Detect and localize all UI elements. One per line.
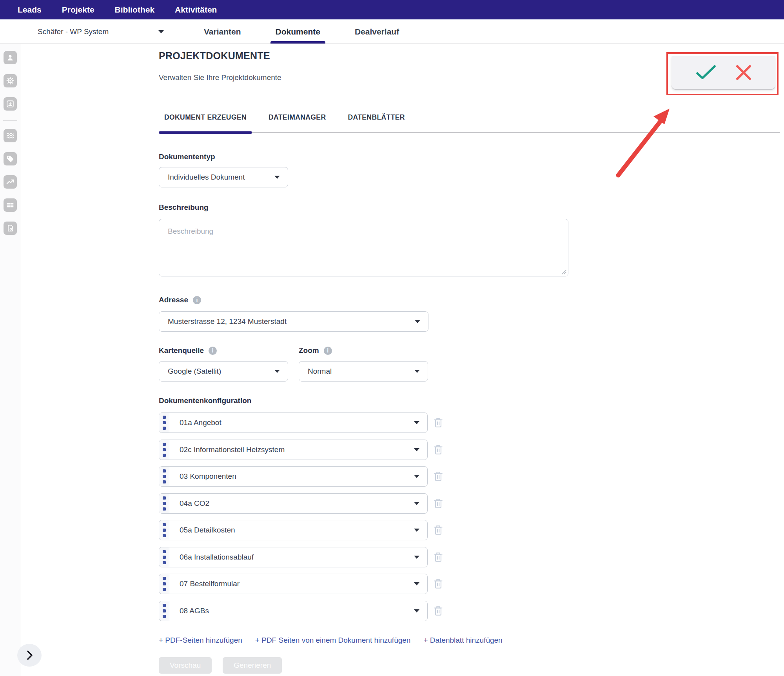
actions-row: Vorschau Generieren — [159, 657, 780, 674]
drag-handle-icon[interactable] — [159, 520, 169, 540]
caret-down-icon — [414, 582, 419, 585]
caret-down-icon — [415, 320, 420, 323]
close-icon[interactable] — [735, 64, 753, 82]
check-icon[interactable] — [696, 64, 716, 81]
nav-item-bibliothek[interactable]: Bibliothek — [115, 5, 155, 15]
adresse-value: Musterstrasse 12, 1234 Musterstadt — [168, 317, 287, 326]
trash-icon[interactable] — [433, 471, 443, 482]
config-row: 08 AGBs — [159, 601, 780, 621]
sidebar-expand-button[interactable] — [17, 644, 42, 667]
tab-dokument-erzeugen[interactable]: DOKUMENT ERZEUGEN — [159, 113, 252, 132]
config-select[interactable]: 08 AGBs — [169, 601, 427, 621]
config-row: 04a CO2 — [159, 493, 780, 514]
drag-handle-icon[interactable] — [159, 494, 169, 513]
trash-icon[interactable] — [433, 524, 443, 536]
project-toolbar: Schäfer - WP System Varianten Dokumente … — [0, 20, 784, 44]
adresse-label: Adresse — [159, 296, 780, 304]
toolbar-divider — [175, 24, 175, 39]
zoom-value: Normal — [308, 367, 332, 376]
info-icon[interactable] — [193, 296, 201, 304]
caret-down-icon — [414, 502, 419, 505]
config-row: 01a Angebot — [159, 413, 780, 433]
trend-up-icon[interactable] — [4, 175, 17, 189]
tag-icon[interactable] — [4, 152, 17, 165]
map-settings-row: Kartenquelle Google (Satellit) Zoom Norm… — [159, 346, 780, 382]
nav-item-projekte[interactable]: Projekte — [62, 5, 94, 15]
caret-down-icon — [414, 475, 419, 478]
trash-icon[interactable] — [433, 498, 443, 509]
add-pdf-pages-from-document-link[interactable]: + PDF Seiten von einem Dokument hinzufüg… — [255, 636, 411, 645]
add-pdf-pages-link[interactable]: + PDF-Seiten hinzufügen — [159, 636, 242, 645]
waves-icon[interactable] — [4, 129, 17, 142]
info-icon[interactable] — [324, 347, 332, 355]
generieren-button[interactable]: Generieren — [223, 657, 282, 674]
document-badge-icon[interactable] — [4, 222, 17, 235]
config-select[interactable]: 06a Installationsablauf — [169, 547, 427, 567]
zoom-label: Zoom — [299, 346, 428, 355]
gear-icon[interactable] — [4, 74, 17, 87]
config-select[interactable]: 07 Bestellformular — [169, 574, 427, 594]
zoom-select[interactable]: Normal — [299, 361, 428, 382]
info-icon[interactable] — [209, 347, 217, 355]
table-icon[interactable] — [4, 198, 17, 212]
tab-dateimanager[interactable]: DATEIMANAGER — [263, 113, 331, 132]
confirm-cancel-panel — [671, 56, 775, 89]
project-selector-value: Schäfer - WP System — [38, 27, 109, 36]
resize-grip-icon[interactable] — [561, 269, 567, 275]
kartenquelle-field: Kartenquelle Google (Satellit) — [159, 346, 288, 382]
caret-down-icon — [414, 556, 419, 559]
project-selector[interactable]: Schäfer - WP System — [38, 27, 164, 36]
dokumententyp-label: Dokumententyp — [159, 153, 780, 161]
drag-handle-icon[interactable] — [159, 547, 169, 567]
zoom-field: Zoom Normal — [299, 346, 428, 382]
config-row: 06a Installationsablauf — [159, 547, 780, 567]
download-tray-icon[interactable] — [4, 97, 17, 111]
red-highlight-annotation — [666, 52, 779, 95]
config-select[interactable]: 04a CO2 — [169, 494, 427, 513]
tab-dokumente[interactable]: Dokumente — [270, 20, 325, 44]
config-row: 07 Bestellformular — [159, 574, 780, 594]
tab-varianten[interactable]: Varianten — [199, 20, 246, 44]
caret-down-icon — [414, 529, 419, 532]
drag-handle-icon[interactable] — [159, 413, 169, 432]
config-select[interactable]: 03 Komponenten — [169, 467, 427, 486]
config-row: 05a Detailkosten — [159, 520, 780, 540]
dokumentenkonfiguration-label: Dokumentenkonfiguration — [159, 396, 780, 405]
sidebar-divider — [3, 120, 17, 121]
trash-icon[interactable] — [433, 605, 443, 617]
user-icon[interactable] — [4, 51, 17, 64]
caret-down-icon — [414, 421, 419, 424]
drag-handle-icon[interactable] — [159, 467, 169, 486]
drag-handle-icon[interactable] — [159, 440, 169, 460]
caret-down-icon — [274, 176, 280, 179]
add-datasheet-link[interactable]: + Datenblatt hinzufügen — [423, 636, 502, 645]
dokumententyp-value: Individuelles Dokument — [168, 173, 245, 182]
trash-icon[interactable] — [433, 417, 443, 429]
top-navbar: Leads Projekte Bibliothek Aktivitäten — [0, 0, 784, 20]
config-select[interactable]: 02c Informationsteil Heizsystem — [169, 440, 427, 460]
trash-icon[interactable] — [433, 551, 443, 563]
caret-down-icon — [414, 448, 419, 451]
nav-item-leads[interactable]: Leads — [18, 5, 42, 15]
tab-dealverlauf[interactable]: Dealverlauf — [350, 20, 404, 44]
icon-sidebar — [0, 44, 20, 676]
beschreibung-label: Beschreibung — [159, 203, 780, 212]
vorschau-button[interactable]: Vorschau — [159, 657, 212, 674]
trash-icon[interactable] — [433, 444, 443, 456]
drag-handle-icon[interactable] — [159, 574, 169, 594]
config-row: 02c Informationsteil Heizsystem — [159, 440, 780, 460]
nav-item-aktivitaeten[interactable]: Aktivitäten — [175, 5, 217, 15]
caret-down-icon — [414, 370, 420, 373]
document-tabs: DOKUMENT ERZEUGEN DATEIMANAGER DATENBLÄT… — [159, 113, 780, 133]
config-select[interactable]: 01a Angebot — [169, 413, 427, 432]
trash-icon[interactable] — [433, 578, 443, 590]
beschreibung-textarea[interactable] — [159, 219, 568, 276]
config-select[interactable]: 05a Detailkosten — [169, 520, 427, 540]
kartenquelle-label: Kartenquelle — [159, 346, 288, 355]
dokumententyp-select[interactable]: Individuelles Dokument — [159, 167, 288, 187]
tab-datenblaetter[interactable]: DATENBLÄTTER — [342, 113, 410, 132]
main-content: PROJEKTDOKUMENTE Verwalten Sie Ihre Proj… — [20, 44, 784, 676]
drag-handle-icon[interactable] — [159, 601, 169, 621]
adresse-select[interactable]: Musterstrasse 12, 1234 Musterstadt — [159, 311, 428, 332]
kartenquelle-select[interactable]: Google (Satellit) — [159, 361, 288, 382]
